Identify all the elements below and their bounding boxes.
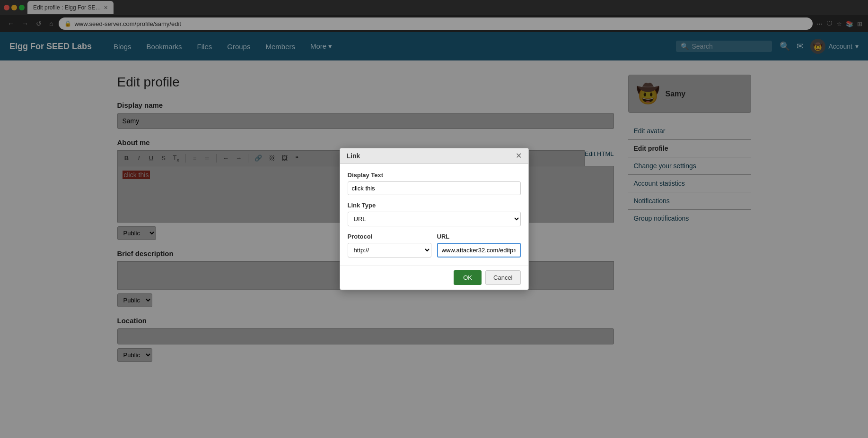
modal-body: Display Text Link Type URL Email Anchor …	[340, 164, 528, 265]
url-input[interactable]	[437, 243, 521, 258]
ok-button[interactable]: OK	[454, 270, 482, 285]
protocol-field: Protocol http:// https:// ftp:// news://…	[348, 233, 431, 258]
url-label: URL	[437, 233, 521, 240]
link-type-label: Link Type	[348, 202, 521, 209]
link-modal: Link ✕ Display Text Link Type URL Email …	[340, 148, 529, 290]
cancel-button[interactable]: Cancel	[485, 270, 520, 285]
modal-header: Link ✕	[340, 148, 528, 164]
modal-display-text-field: Display Text	[348, 172, 521, 195]
modal-title: Link	[347, 152, 360, 160]
modal-link-type-field: Link Type URL Email Anchor	[348, 202, 521, 226]
protocol-label: Protocol	[348, 233, 431, 240]
display-text-label: Display Text	[348, 172, 521, 179]
display-text-input[interactable]	[348, 181, 521, 195]
modal-protocol-url-row: Protocol http:// https:// ftp:// news://…	[348, 233, 521, 258]
modal-close-btn[interactable]: ✕	[516, 152, 522, 160]
modal-footer: OK Cancel	[340, 265, 528, 290]
protocol-select[interactable]: http:// https:// ftp:// news:// other	[348, 243, 431, 258]
url-field: URL	[437, 233, 521, 258]
link-type-select[interactable]: URL Email Anchor	[348, 212, 521, 226]
modal-overlay: Link ✕ Display Text Link Type URL Email …	[0, 0, 868, 386]
